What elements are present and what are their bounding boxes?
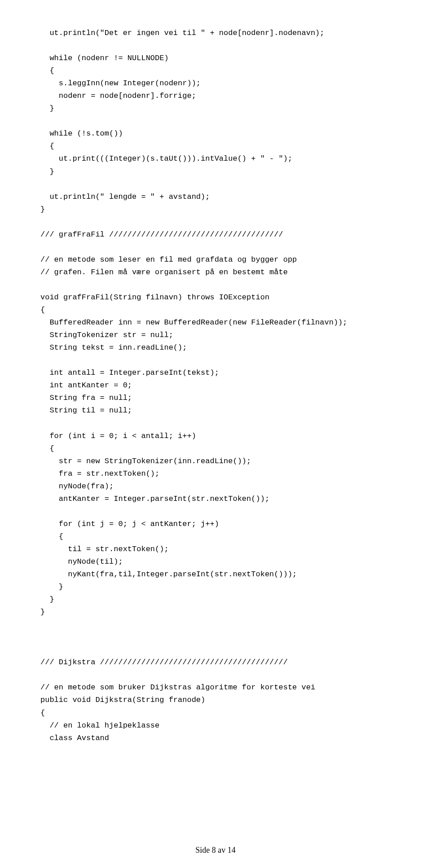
page-footer: Side 8 av 14 xyxy=(0,844,431,857)
code-block: ut.println("Det er ingen vei til " + nod… xyxy=(40,27,409,745)
